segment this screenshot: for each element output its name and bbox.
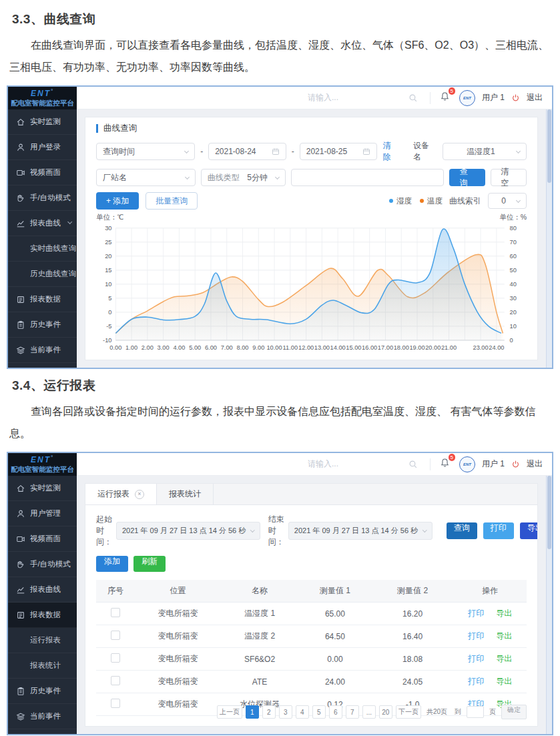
start-time-picker[interactable]: 2021 年 09 月 27 日 13 点 14 分 56 秒 bbox=[116, 522, 260, 540]
legend-label: 温度 bbox=[427, 196, 443, 206]
layers-icon bbox=[16, 712, 25, 721]
home-icon bbox=[16, 484, 25, 493]
pagination-page[interactable]: 1 bbox=[246, 705, 259, 719]
sidebar-item-label: 用户登录 bbox=[30, 142, 61, 152]
curve-index-label: 曲线索引 bbox=[449, 196, 481, 207]
sidebar-item[interactable]: 视频画面 bbox=[8, 160, 77, 186]
global-search-input[interactable]: 请输入... bbox=[302, 90, 423, 105]
pagination-page[interactable]: 20 bbox=[379, 705, 392, 719]
tab-active[interactable]: 运行报表 bbox=[85, 484, 157, 504]
avatar[interactable]: ENT bbox=[459, 90, 475, 106]
station-select[interactable]: 厂站名 bbox=[96, 169, 196, 186]
date-from-input[interactable]: 2021-08-24 bbox=[208, 143, 286, 160]
row-export-link[interactable]: 导出 bbox=[496, 609, 512, 618]
notification-bell[interactable]: 5 bbox=[440, 91, 450, 104]
logout-button[interactable]: 退出 bbox=[527, 458, 543, 470]
sidebar-item[interactable]: 当前事件 bbox=[8, 704, 77, 729]
row-export-link[interactable]: 导出 bbox=[496, 654, 512, 663]
scrollbar[interactable] bbox=[546, 476, 552, 734]
pagination-page[interactable]: 2 bbox=[262, 705, 276, 719]
sidebar-item[interactable]: 实时曲线查询 bbox=[8, 236, 77, 262]
action-button[interactable]: 导出 bbox=[520, 522, 538, 539]
sidebar-item[interactable]: 报表统计 bbox=[8, 653, 77, 679]
goto-page-input[interactable] bbox=[467, 706, 484, 718]
pagination-page[interactable]: 4 bbox=[296, 705, 309, 719]
end-time-picker[interactable]: 2021 年 09 月 27 日 13 点 14 分 56 秒 bbox=[288, 522, 433, 540]
clear-button[interactable]: 清空 bbox=[491, 169, 527, 186]
action-button[interactable]: 查询 bbox=[447, 522, 477, 539]
add-row-button[interactable]: 添加 bbox=[96, 556, 128, 572]
clear-dates-link[interactable]: 清除 bbox=[382, 140, 398, 163]
query-button[interactable]: 查询 bbox=[449, 169, 485, 186]
section-heading-1: 3.3、曲线查询 bbox=[12, 11, 555, 28]
refresh-button[interactable]: 刷新 bbox=[133, 556, 166, 572]
legend-item[interactable]: 温度 bbox=[420, 196, 443, 206]
notification-bell[interactable]: 5 bbox=[440, 458, 450, 470]
row-print-link[interactable]: 打印 bbox=[468, 609, 484, 618]
sidebar-item[interactable]: 用户登录 bbox=[8, 135, 77, 160]
curve-chart: 302520151050-5-10807060504030201000.001.… bbox=[96, 223, 527, 360]
platform-title: 配电室智能监控平台 bbox=[11, 465, 74, 474]
pagination-page[interactable]: 6 bbox=[329, 705, 342, 719]
row-print-link[interactable]: 打印 bbox=[468, 654, 484, 663]
avatar[interactable]: ENT bbox=[459, 456, 475, 472]
axis-tick-label: 0.00 bbox=[109, 344, 121, 351]
sidebar-item[interactable]: 报表曲线 bbox=[8, 211, 77, 236]
row-print-link[interactable]: 打印 bbox=[468, 677, 484, 686]
tab-inactive[interactable]: 报表统计 bbox=[157, 484, 214, 504]
sidebar-item[interactable]: 当前事件 bbox=[8, 338, 77, 363]
sidebar-item[interactable]: 视频画面 bbox=[8, 526, 77, 552]
row-checkbox[interactable] bbox=[111, 699, 120, 708]
sidebar-item[interactable]: 用户管理 bbox=[8, 501, 77, 526]
row-checkbox[interactable] bbox=[111, 608, 120, 617]
table-cell: 变电所箱变 bbox=[135, 671, 221, 693]
sidebar-item[interactable]: 报表数据 bbox=[8, 603, 77, 628]
pagination-ellipsis[interactable]: ... bbox=[362, 705, 376, 719]
row-checkbox[interactable] bbox=[111, 653, 120, 663]
axis-tick-label: 3.00 bbox=[158, 344, 170, 351]
pagination-page[interactable]: 5 bbox=[312, 705, 326, 719]
clipboard-icon bbox=[16, 320, 25, 330]
sidebar-item[interactable]: 报表数据 bbox=[8, 287, 77, 312]
global-search-input[interactable]: 请输入... bbox=[302, 456, 423, 472]
row-checkbox[interactable] bbox=[111, 676, 120, 685]
pagination-page[interactable]: 7 bbox=[346, 705, 359, 719]
axis-tick-label: 13.00 bbox=[314, 344, 330, 351]
goto-confirm-button[interactable]: 确定 bbox=[501, 705, 527, 719]
date-to-input[interactable]: 2021-08-25 bbox=[300, 143, 378, 160]
notification-badge: 5 bbox=[449, 454, 455, 461]
row-export-link[interactable]: 导出 bbox=[496, 677, 512, 686]
layers-icon bbox=[16, 346, 25, 355]
sidebar-item[interactable]: 历史曲线查询 bbox=[8, 262, 77, 287]
sidebar-item[interactable]: 报表曲线 bbox=[8, 577, 77, 603]
legend-item[interactable]: 湿度 bbox=[389, 196, 412, 206]
report-icon bbox=[16, 611, 25, 620]
sidebar-item[interactable]: 手/自动模式 bbox=[8, 186, 77, 211]
scrollbar-thumb[interactable] bbox=[547, 109, 551, 183]
sidebar-item[interactable]: 历史事件 bbox=[8, 679, 77, 704]
add-button[interactable]: + 添加 bbox=[96, 192, 139, 210]
scrollbar[interactable] bbox=[546, 109, 552, 368]
pagination-next[interactable]: 下一页 bbox=[396, 705, 421, 719]
device-select[interactable]: 温湿度1 bbox=[443, 143, 527, 160]
sidebar-item[interactable]: 手/自动模式 bbox=[8, 552, 77, 577]
sidebar-item[interactable]: 历史事件 bbox=[8, 312, 77, 338]
pagination-page[interactable]: 3 bbox=[279, 705, 292, 719]
action-button[interactable]: 打印 bbox=[483, 522, 514, 539]
keyword-input[interactable] bbox=[291, 169, 445, 186]
sidebar-item[interactable]: 实时监测 bbox=[8, 109, 77, 135]
sidebar-item[interactable]: 运行报表 bbox=[8, 628, 77, 653]
batch-query-button[interactable]: 批量查询 bbox=[146, 192, 198, 210]
curve-type-select[interactable]: 曲线类型5分钟 bbox=[201, 169, 286, 186]
row-checkbox[interactable] bbox=[111, 631, 120, 640]
sidebar-item[interactable]: 实时监测 bbox=[8, 476, 77, 501]
pagination-prev[interactable]: 上一页 bbox=[217, 705, 242, 719]
legend-label: 湿度 bbox=[396, 196, 412, 206]
row-print-link[interactable]: 打印 bbox=[468, 631, 484, 641]
row-export-link[interactable]: 导出 bbox=[496, 631, 512, 641]
query-time-select[interactable]: 查询时间 bbox=[96, 143, 195, 160]
curve-index-select[interactable]: 0 bbox=[488, 193, 527, 209]
scrollbar-thumb[interactable] bbox=[547, 476, 551, 549]
tab-close-icon[interactable] bbox=[135, 490, 144, 499]
logout-button[interactable]: 退出 bbox=[527, 92, 543, 103]
